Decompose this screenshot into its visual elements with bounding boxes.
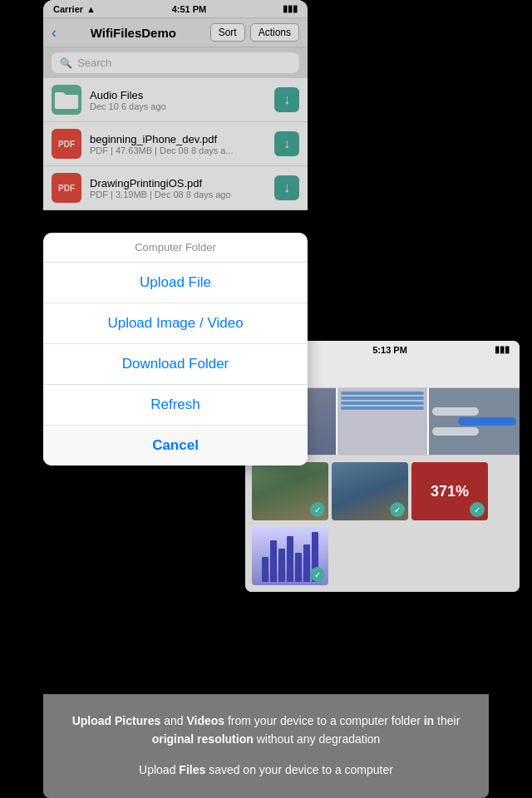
action-upload-image-video[interactable]: Upload Image / Video xyxy=(43,303,308,344)
thumb-chart[interactable]: ✓ xyxy=(252,527,328,585)
clock-2: 5:13 PM xyxy=(372,345,407,355)
info-bold-1: Upload Pictures xyxy=(72,714,161,727)
info-bold-files: Files xyxy=(179,763,205,776)
thumb-top-2[interactable] xyxy=(337,388,430,455)
info-bold-2: Videos xyxy=(186,714,224,727)
thumb-landscape-1[interactable]: ✓ xyxy=(252,462,328,520)
info-text-and: and xyxy=(164,714,186,727)
img-top-3-content xyxy=(429,388,520,455)
check-icon-1: ✓ xyxy=(310,502,325,517)
info-panel: Upload Pictures and Videos from your dev… xyxy=(43,694,489,798)
check-icon-3: ✓ xyxy=(470,502,485,517)
thumbnail-row-single: ✓ xyxy=(245,527,520,592)
overlay-dim xyxy=(43,0,308,241)
thumb-top-3[interactable] xyxy=(429,388,520,455)
thumb-stats[interactable]: 371% ✓ xyxy=(411,462,488,520)
thumbnail-row-main: ✓ ✓ 371% ✓ xyxy=(245,456,520,527)
info-text-saved: saved on your device to a computer xyxy=(209,763,393,776)
info-text-their: their xyxy=(437,714,460,727)
action-sheet: Computer Folder Upload File Upload Image… xyxy=(43,233,308,466)
battery-icon-2: ▮▮▮ xyxy=(495,344,510,355)
action-refresh[interactable]: Refresh xyxy=(43,385,308,426)
info-text-2: Upload Files saved on your device to a c… xyxy=(63,761,469,780)
info-bold-3: in xyxy=(424,714,434,727)
action-cancel[interactable]: Cancel xyxy=(43,426,308,466)
info-text-without: without any degradation xyxy=(257,732,381,746)
img-top-2-content xyxy=(337,388,428,455)
thumb-landscape-2[interactable]: ✓ xyxy=(332,462,408,520)
info-text-upload-files: Upload xyxy=(139,763,179,776)
info-text-1: Upload Pictures and Videos from your dev… xyxy=(63,712,469,748)
check-icon-4: ✓ xyxy=(310,567,325,582)
action-upload-file[interactable]: Upload File xyxy=(43,263,308,303)
action-sheet-title: Computer Folder xyxy=(43,233,308,263)
check-icon-2: ✓ xyxy=(390,502,405,517)
info-bold-4: original resolution xyxy=(152,732,254,746)
info-text-from: from your device to a computer folder xyxy=(228,714,424,727)
action-download-folder[interactable]: Download Folder xyxy=(43,344,308,385)
